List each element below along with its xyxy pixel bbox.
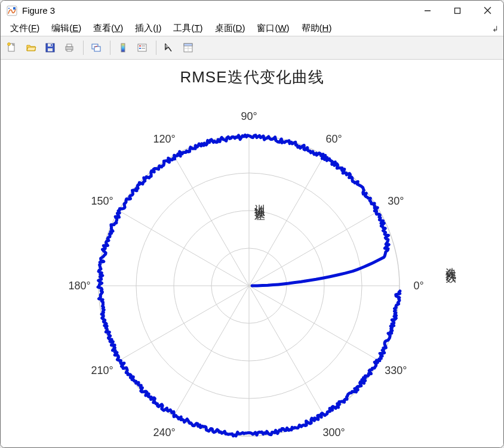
minimize-button[interactable] — [413, 1, 442, 20]
chart-title: RMSE迭代变化曲线 — [1, 67, 503, 88]
menu-overflow-icon[interactable]: ↲ — [492, 24, 499, 33]
angle-tick-330: 330° — [385, 364, 407, 377]
app-icon — [7, 5, 17, 16]
menubar: 文件(F)编辑(E)查看(V)插入(I)工具(T)桌面(D)窗口(W)帮助(H)… — [1, 20, 503, 36]
angle-tick-180: 180° — [68, 280, 90, 292]
insert-legend-button[interactable] — [133, 39, 151, 56]
figure-window: Figure 3 文件(F)编辑(E)查看(V)插入(I)工具(T)桌面(D)窗… — [0, 0, 504, 448]
svg-rect-16 — [121, 44, 125, 52]
svg-rect-18 — [139, 45, 141, 47]
toolbar-separator — [156, 41, 156, 55]
insert-colorbar-button[interactable] — [114, 39, 132, 56]
svg-rect-2 — [13, 7, 16, 10]
angular-axis-label: 迭代次数 — [444, 259, 458, 266]
menu-t[interactable]: 工具(T) — [167, 21, 208, 36]
angle-tick-240: 240° — [153, 426, 175, 438]
svg-point-1 — [8, 8, 10, 9]
svg-rect-19 — [142, 45, 145, 47]
menu-v[interactable]: 查看(V) — [87, 21, 129, 36]
svg-rect-10 — [51, 44, 52, 46]
angle-tick-90: 90° — [241, 110, 257, 123]
svg-line-34 — [174, 156, 249, 286]
svg-line-41 — [249, 286, 379, 361]
edit-plot-button[interactable] — [160, 39, 178, 56]
menu-d[interactable]: 桌面(D) — [209, 21, 251, 36]
menu-h[interactable]: 帮助(H) — [296, 21, 338, 36]
svg-line-31 — [249, 211, 379, 286]
menu-i[interactable]: 插入(I) — [129, 21, 167, 36]
titlebar: Figure 3 — [1, 1, 503, 20]
angle-tick-300: 300° — [322, 426, 345, 438]
angle-tick-0: 0° — [413, 280, 423, 292]
open-button[interactable] — [22, 39, 40, 56]
menu-f[interactable]: 文件(F) — [4, 21, 45, 36]
angle-tick-150: 150° — [91, 195, 113, 208]
svg-rect-21 — [142, 48, 145, 49]
svg-rect-3 — [455, 8, 460, 13]
svg-point-6 — [8, 43, 11, 46]
svg-line-40 — [249, 286, 324, 416]
svg-line-38 — [174, 286, 249, 416]
svg-line-37 — [119, 286, 249, 361]
toolbar-separator — [110, 41, 110, 55]
angle-tick-30: 30° — [388, 195, 404, 208]
svg-rect-9 — [48, 48, 53, 51]
link-axes-button[interactable] — [87, 39, 105, 56]
svg-line-35 — [119, 211, 249, 286]
angle-tick-60: 60° — [325, 133, 342, 146]
menu-e[interactable]: 编辑(E) — [45, 21, 87, 36]
toolbar — [1, 36, 503, 60]
new-figure-button[interactable] — [3, 39, 21, 56]
window-title: Figure 3 — [22, 5, 55, 16]
menu-w[interactable]: 窗口(W) — [251, 21, 295, 36]
axes-area[interactable]: RMSE迭代变化曲线 训练误差 迭代次数 0°30°60°90°120°150°… — [1, 60, 503, 447]
svg-rect-12 — [67, 44, 72, 47]
toolbar-separator — [83, 41, 84, 55]
maximize-button[interactable] — [442, 1, 472, 20]
save-button[interactable] — [41, 39, 59, 56]
svg-rect-13 — [67, 50, 72, 51]
window-controls — [413, 1, 502, 20]
print-button[interactable] — [60, 39, 78, 56]
angle-tick-120: 120° — [153, 133, 175, 146]
radial-axis-label: 训练误差 — [253, 196, 267, 203]
svg-line-32 — [249, 156, 324, 286]
svg-rect-20 — [139, 48, 141, 49]
close-button[interactable] — [472, 1, 502, 20]
angle-tick-210: 210° — [91, 364, 113, 377]
property-editor-button[interactable] — [179, 39, 197, 56]
svg-rect-23 — [184, 44, 192, 46]
